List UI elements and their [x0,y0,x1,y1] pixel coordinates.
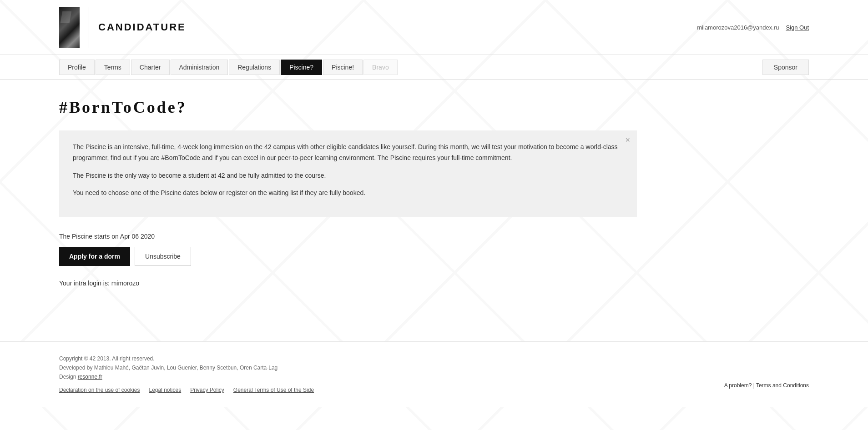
footer-link-cookies[interactable]: Declaration on the use of cookies [59,387,140,393]
nav-item-charter[interactable]: Charter [131,60,170,75]
header-right: milamorozova2016@yandex.ru Sign Out [697,24,809,31]
user-email: milamorozova2016@yandex.ru [697,24,779,31]
action-buttons: Apply for a dorm Unsubscribe [59,247,809,266]
logo [59,7,80,48]
footer-links: Declaration on the use of cookies Legal … [59,387,809,393]
nav-item-profile[interactable]: Profile [59,60,95,75]
nav-item-piscine-q[interactable]: Piscine? [281,60,322,75]
unsubscribe-button[interactable]: Unsubscribe [135,247,191,266]
footer-link-terms[interactable]: General Terms of Use of the Side [233,387,314,393]
footer-copyright: Copyright © 42 2013. All right reserved. [59,355,809,362]
nav-item-administration[interactable]: Administration [171,60,228,75]
nav-item-regulations[interactable]: Regulations [229,60,280,75]
info-box: The Piscine is an intensive, full-time, … [59,130,637,217]
info-paragraph-3: You need to choose one of the Piscine da… [73,188,623,199]
info-box-close-button[interactable]: × [625,136,630,144]
main-content: #BornToCode? The Piscine is an intensive… [0,80,868,314]
nav-item-bravo: Bravo [363,60,398,75]
footer-developed: Developed by Mathieu Mahé, Gaëtan Juvin,… [59,365,809,371]
piscine-date: The Piscine starts on Apr 06 2020 [59,233,809,240]
apply-for-dorm-button[interactable]: Apply for a dorm [59,247,130,266]
intra-login-text: Your intra login is: mimorozo [59,280,809,287]
header-divider [89,7,89,48]
info-paragraph-2: The Piscine is the only way to become a … [73,170,623,181]
main-nav: Profile Terms Charter Administration Reg… [0,55,868,80]
footer-design-prefix: Design [59,374,76,380]
site-title: CANDIDATURE [98,21,186,33]
header: CANDIDATURE milamorozova2016@yandex.ru S… [0,0,868,55]
nav-item-terms[interactable]: Terms [96,60,130,75]
page-title: #BornToCode? [59,98,809,117]
header-left: CANDIDATURE [59,7,186,48]
sign-out-link[interactable]: Sign Out [786,24,809,31]
nav-item-piscine-excl[interactable]: Piscine! [323,60,363,75]
nav-sponsor-button[interactable]: Sponsor [762,60,809,75]
info-paragraph-1: The Piscine is an intensive, full-time, … [73,142,623,164]
footer-design: Design resonne.fr [59,374,809,380]
footer-link-legal[interactable]: Legal notices [149,387,181,393]
footer-link-privacy[interactable]: Privacy Policy [190,387,224,393]
footer-problem-link[interactable]: A problem? | Terms and Conditions [724,382,809,389]
footer: Copyright © 42 2013. All right reserved.… [0,341,868,407]
footer-design-link[interactable]: resonne.fr [78,374,102,380]
